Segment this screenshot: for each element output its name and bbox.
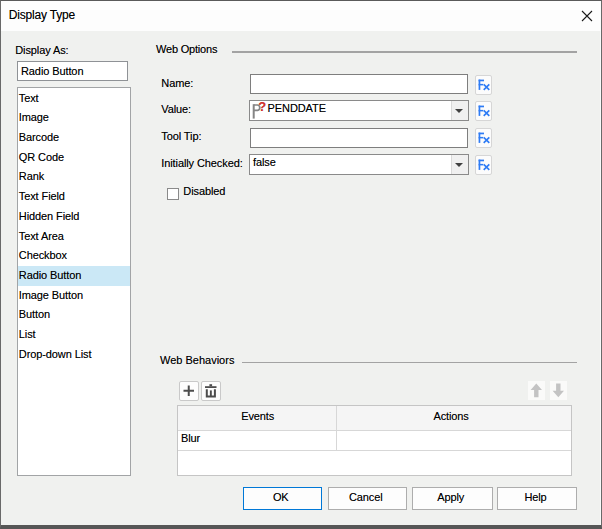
svg-text:?: ? [258, 101, 266, 114]
